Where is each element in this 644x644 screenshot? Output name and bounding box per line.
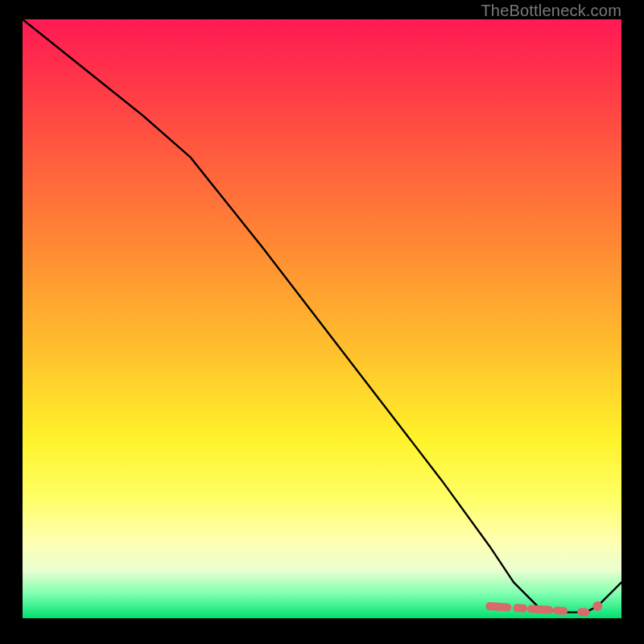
endpoint-dot-icon	[592, 601, 602, 611]
chart-svg	[23, 19, 621, 618]
chart-stage: TheBottleneck.com	[0, 0, 644, 644]
main-curve	[23, 19, 621, 613]
watermark-text: TheBottleneck.com	[481, 2, 621, 20]
plot-area	[23, 19, 621, 618]
